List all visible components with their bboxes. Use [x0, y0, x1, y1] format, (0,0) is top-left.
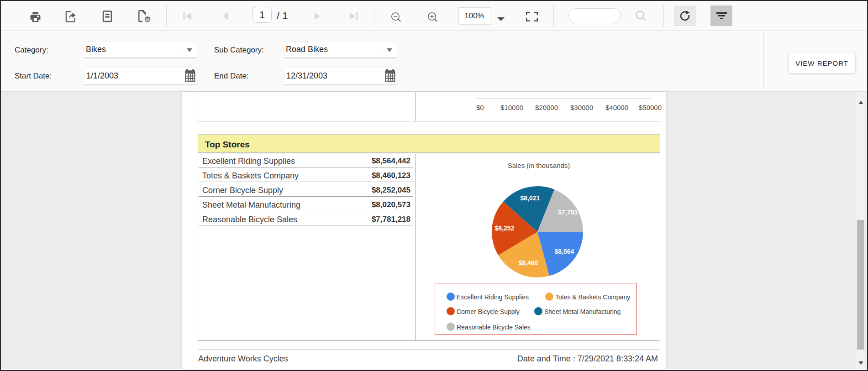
svg-text:$8,021: $8,021	[521, 194, 540, 202]
svg-text:$8,460: $8,460	[519, 259, 538, 266]
svg-text:$8,252: $8,252	[495, 225, 515, 232]
svg-text:$7,781: $7,781	[558, 209, 578, 216]
svg-text:$8,564: $8,564	[555, 248, 574, 255]
